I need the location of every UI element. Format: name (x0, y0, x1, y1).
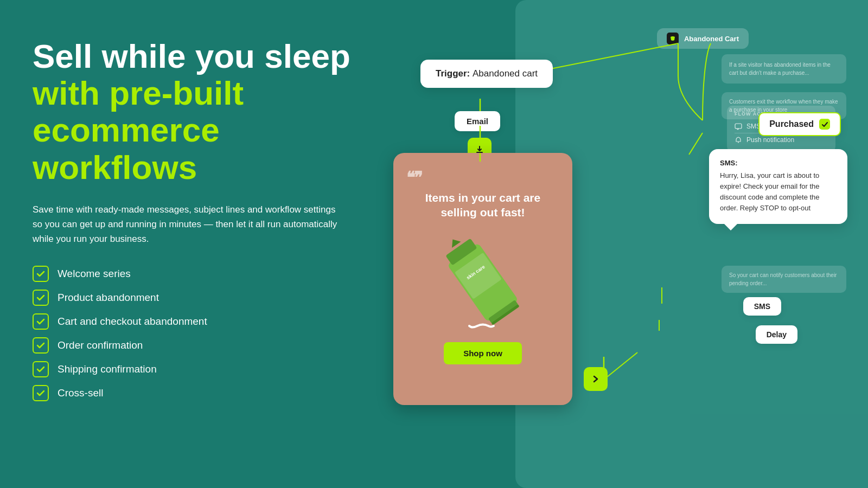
headline-line1: Sell while you sleep (33, 37, 350, 75)
headline-line3: ecommerce (33, 111, 220, 149)
list-item-label: Welcome series (58, 268, 131, 280)
purchased-badge: Purchased (758, 112, 841, 136)
product-tube-image: skin care (393, 226, 572, 339)
list-item-label: Shipping confirmation (58, 363, 157, 375)
list-item-label: Cross-sell (58, 387, 103, 399)
abandoned-cart-label: Abandoned Cart (684, 35, 739, 43)
delay-card: Delay (756, 325, 797, 344)
headline-line4: workflows (33, 149, 197, 186)
check-icon (33, 337, 49, 354)
bg-workflow-card-3: So your cart can notify customers about … (722, 266, 846, 293)
svg-point-17 (738, 142, 739, 143)
feature-checklist: Welcome series Product abandonment Cart … (33, 266, 369, 401)
headline-line2: with pre-built (33, 74, 244, 112)
left-section: Sell while you sleep with pre-built ecom… (33, 38, 369, 409)
list-item-label: Product abandonment (58, 292, 159, 304)
check-icon (33, 385, 49, 401)
email-label: Email (467, 117, 488, 126)
trigger-card: Trigger: Abandoned cart (420, 60, 553, 88)
list-item: Cart and checkout abandonment (33, 313, 369, 330)
abandoned-cart-header: Abandoned Cart (657, 28, 749, 49)
svg-marker-11 (448, 236, 461, 247)
check-icon (33, 266, 49, 282)
trigger-value: Abandoned cart (473, 68, 538, 79)
list-item-label: Cart and checkout abandonment (58, 316, 207, 328)
sms-popup-card: SMS: Hurry, Lisa, your cart is about to … (709, 149, 847, 224)
list-item: Cross-sell (33, 385, 369, 401)
check-icon (33, 313, 49, 330)
product-card-headline: Items in your cart are selling out fast! (406, 190, 559, 220)
sms-popup-text: Hurry, Lisa, your cart is about to expir… (720, 170, 837, 214)
sms-popup-label: SMS: (720, 159, 837, 167)
list-item: Order confirmation (33, 337, 369, 354)
list-item: Welcome series (33, 266, 369, 282)
sms-card: SMS (743, 297, 781, 316)
product-card: ❝❞ Items in your cart are selling out fa… (393, 153, 572, 405)
trigger-label: Trigger: (436, 68, 470, 79)
subtitle-text: Save time with ready-made messages, subj… (33, 202, 347, 247)
quote-decoration: ❝❞ (406, 168, 559, 187)
tube-svg: skin care (429, 226, 537, 339)
arrow-icon-button[interactable] (584, 367, 608, 391)
check-icon (33, 361, 49, 377)
list-item: Product abandonment (33, 290, 369, 306)
check-icon (33, 290, 49, 306)
list-item-label: Order confirmation (58, 339, 143, 351)
purchased-check-icon (819, 119, 830, 130)
shop-now-button[interactable]: Shop now (444, 342, 522, 364)
logo-icon (667, 33, 679, 44)
email-card: Email (455, 111, 500, 131)
main-headline: Sell while you sleep with pre-built ecom… (33, 38, 369, 186)
purchased-label: Purchased (769, 119, 814, 129)
svg-rect-16 (735, 124, 742, 129)
bg-workflow-card-1: If a site visitor has abandoned items in… (722, 54, 846, 84)
list-item: Shipping confirmation (33, 361, 369, 377)
